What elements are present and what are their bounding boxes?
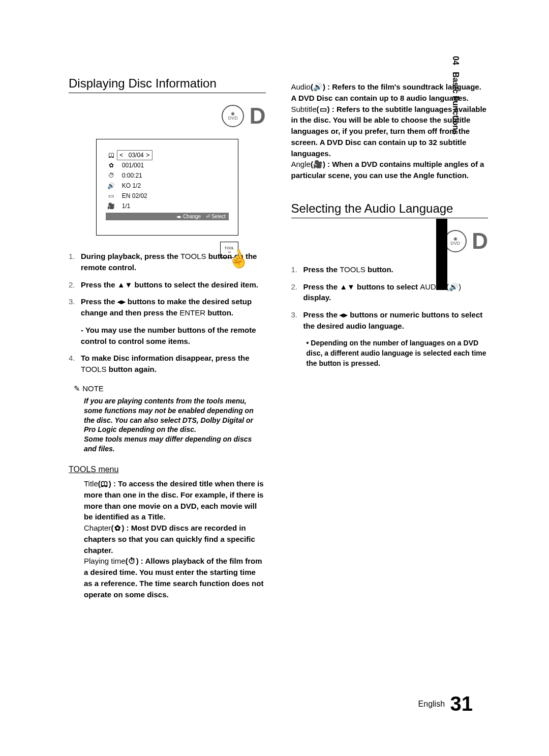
title-icon: 🕮 [101, 478, 109, 489]
tools-menu-heading: TOOLS menu [69, 465, 266, 474]
subtitle-icon: ▭ [106, 192, 117, 199]
osd-select-hint: ⏎ Select [206, 214, 226, 219]
audio-sub-note: • Depending on the number of languages o… [307, 338, 489, 369]
dvd-disc-icon: ◉DVD [444, 230, 467, 252]
d-letter-icon: D [472, 228, 488, 253]
disc-type-badges: ◉DVD D [69, 103, 266, 129]
osd-row-title: 🕮 < 03/04 > [106, 151, 229, 160]
step-4: 4. To make Disc information disappear, p… [69, 353, 266, 375]
osd-row-angle: 🎥 1/1 [106, 201, 229, 211]
osd-footer: ◂▸ Change ⏎ Select [106, 213, 229, 220]
page-footer: English 31 [418, 692, 473, 715]
osd-change-hint: ◂▸ Change [176, 214, 201, 219]
chapter-label: Basic Functions [451, 72, 460, 135]
step-3: 3. Press the ◂▸ buttons to make the desi… [69, 296, 266, 318]
osd-subtitle-value: EN 02/02 [117, 192, 229, 199]
step-3-sub: - You may use the number buttons of the … [81, 325, 266, 347]
time-icon: ⏱ [128, 556, 136, 567]
osd-right-arrow: > [144, 152, 152, 159]
steps-list-right: 1. Press the TOOLS button. 2. Press the … [291, 264, 489, 332]
remote-tool-illustration: TOOL▭ ☝ [220, 242, 246, 277]
audio-icon: 🔊 [313, 81, 323, 93]
heading-displaying-disc-info: Displaying Disc Information [69, 76, 266, 93]
step-r1: 1. Press the TOOLS button. [291, 264, 489, 275]
osd-row-time: ⏱ 0:00:21 [106, 171, 229, 180]
tools-item-angle: Angle(🎥) : When a DVD contains multiple … [291, 159, 489, 181]
osd-info-panel: 🕮 < 03/04 > ✿ 001/001 ⏱ 0:00:21 🔊 KO 1/2 [96, 139, 238, 236]
osd-title-value: 03/04 [126, 152, 144, 159]
step-r3: 3. Press the ◂▸ buttons or numeric butto… [291, 309, 489, 332]
note-heading: ✎ NOTE [74, 384, 266, 393]
tools-menu-list-left: Title(🕮) : To access the desired title w… [84, 478, 266, 600]
osd-left-arrow: < [117, 152, 126, 159]
heading-selecting-audio-language: Selecting the Audio Language [291, 201, 489, 218]
footer-language: English [418, 700, 445, 708]
osd-angle-value: 1/1 [117, 202, 229, 210]
osd-audio-value: KO 1/2 [117, 182, 229, 189]
angle-icon: 🎥 [106, 202, 117, 210]
angle-icon: 🎥 [313, 159, 323, 170]
side-tab: 04 Basic Functions [451, 56, 460, 135]
disc-type-badges-2: ◉DVD D [291, 228, 489, 254]
side-thumb-marker [436, 219, 447, 290]
chapter-icon: ✿ [113, 522, 121, 534]
chapter-icon: ✿ [106, 162, 117, 169]
subtitle-icon: ▭ [319, 104, 327, 115]
audio-icon: 🔊 [106, 182, 117, 189]
d-letter-icon: D [250, 103, 266, 128]
chapter-number: 04 [451, 56, 460, 65]
tools-item-playing-time: Playing time(⏱) : Allows playback of the… [84, 556, 266, 600]
dvd-disc-icon: ◉DVD [222, 105, 244, 127]
osd-time-value: 0:00:21 [117, 172, 229, 179]
step-r2: 2. Press the ▲▼ buttons to select AUDIO … [291, 281, 489, 304]
osd-row-subtitle: ▭ EN 02/02 [106, 191, 229, 200]
osd-chapter-value: 001/001 [117, 162, 229, 169]
step-2: 2. Press the ▲▼ buttons to select the de… [69, 279, 266, 290]
note-body: If you are playing contents from the too… [84, 396, 266, 454]
tools-item-chapter: Chapter(✿) : Most DVD discs are recorded… [84, 522, 266, 556]
time-icon: ⏱ [106, 172, 117, 179]
title-icon: 🕮 [106, 152, 117, 159]
footer-page-number: 31 [450, 692, 473, 715]
osd-row-audio: 🔊 KO 1/2 [106, 181, 229, 190]
osd-row-chapter: ✿ 001/001 [106, 161, 229, 170]
tools-item-title: Title(🕮) : To access the desired title w… [84, 478, 266, 522]
